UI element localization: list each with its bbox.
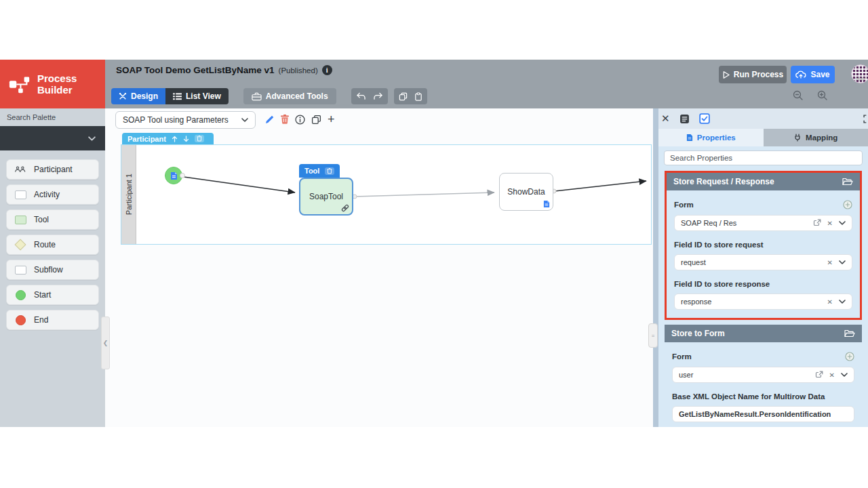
participant-lane[interactable]: Participant 1 [121, 144, 652, 245]
field-label: Form [672, 352, 845, 361]
copy-icon[interactable] [399, 92, 408, 101]
palette-item-list: Participant Activity Tool Route Subflow … [0, 150, 105, 330]
properties-panel: ✕ Properties [658, 108, 868, 427]
palette-item-activity[interactable]: Activity [6, 184, 99, 205]
clear-icon[interactable]: ✕ [827, 220, 833, 227]
form-select[interactable]: SOAP Req / Res ✕ [674, 215, 852, 231]
tab-design[interactable]: Design [111, 88, 165, 104]
copy-process-icon[interactable] [311, 115, 321, 125]
sidebar-collapse-handle[interactable]: ❮ [101, 317, 110, 369]
tool-tag[interactable]: Tool [299, 164, 340, 178]
add-form-icon[interactable] [845, 352, 854, 361]
expand-panel-icon[interactable] [863, 115, 868, 123]
move-up-icon[interactable] [172, 136, 178, 142]
field-label: Field ID to store response [674, 280, 852, 288]
paste-icon[interactable] [414, 92, 422, 101]
edit-pencil-icon[interactable] [265, 115, 275, 124]
tab-list-view[interactable]: List View [165, 88, 229, 104]
activity-shape-icon [14, 190, 27, 199]
palette-item-participant[interactable]: Participant [6, 159, 99, 180]
redo-icon[interactable] [373, 92, 383, 100]
form-document-icon [543, 200, 550, 208]
panel-body: Store Request / Response Form [658, 146, 868, 427]
view-toggle-group: Design List View [111, 88, 229, 104]
chevron-down-icon[interactable] [839, 221, 846, 225]
search-properties-input[interactable] [664, 150, 863, 165]
add-form-icon[interactable] [843, 200, 852, 209]
form-fields-icon[interactable] [679, 114, 690, 124]
panel-tabs: Properties Mapping [658, 129, 868, 146]
section-header[interactable]: Store Request / Response [667, 173, 860, 190]
delete-trash-icon[interactable] [281, 115, 289, 124]
zoom-in-icon[interactable] [817, 90, 828, 101]
info-icon[interactable]: i [322, 65, 332, 75]
subflow-shape-icon [14, 266, 27, 274]
close-icon[interactable]: ✕ [661, 114, 670, 123]
run-process-button[interactable]: Run Process [719, 66, 787, 83]
start-shape-icon [14, 290, 27, 300]
process-canvas[interactable]: SOAP Tool using Parameters [105, 108, 653, 427]
palette-category-select[interactable] [0, 126, 105, 150]
tab-properties[interactable]: Properties [658, 129, 764, 146]
external-link-icon[interactable] [815, 371, 823, 379]
chevron-down-icon [241, 118, 248, 122]
info-circle-icon[interactable] [295, 115, 305, 125]
section-content: Form SOAP Req / Res ✕ [667, 190, 860, 318]
checkbox-checked-icon[interactable] [699, 113, 710, 124]
view-mode-row: Design List View Advanced Tools [111, 88, 427, 104]
lane-label-strip[interactable]: Participant 1 [121, 145, 136, 244]
clear-icon[interactable]: ✕ [829, 371, 835, 379]
node-soaptool[interactable]: SoapTool [299, 178, 353, 216]
folder-open-icon [844, 329, 855, 338]
node-showdata[interactable]: ShowData [499, 173, 553, 211]
tool-shape-icon [14, 216, 27, 224]
response-field-select[interactable]: response ✕ [674, 293, 852, 310]
panel-divider [653, 108, 658, 427]
chevron-down-icon[interactable] [841, 373, 848, 377]
design-tools-icon [119, 92, 127, 100]
route-shape-icon [14, 241, 27, 249]
advanced-tools-button[interactable]: Advanced Tools [243, 88, 336, 104]
base-xml-object-input[interactable]: GetListByNameResult.PersonIdentification [672, 406, 854, 422]
palette-item-start[interactable]: Start [6, 285, 99, 305]
undo-redo-group [351, 88, 388, 104]
store-form-select[interactable]: user ✕ [672, 367, 854, 383]
top-header-bar: SOAP Tool Demo GetListByName v1 (Publish… [105, 60, 868, 108]
move-down-icon[interactable] [183, 136, 189, 142]
logo-line2: Builder [37, 84, 77, 96]
palette-item-subflow[interactable]: Subflow [6, 260, 99, 280]
palette-item-end[interactable]: End [6, 310, 99, 330]
canvas-zoom-controls [793, 90, 828, 101]
process-action-icons: + [265, 114, 335, 125]
panel-resize-handle[interactable]: = [648, 323, 658, 348]
section-header[interactable]: Store to Form [665, 325, 862, 342]
external-link-icon[interactable] [813, 219, 821, 227]
palette-item-route[interactable]: Route [6, 235, 99, 255]
section-content: Form user ✕ [665, 342, 862, 427]
user-avatar[interactable]: admin [851, 64, 868, 83]
chevron-down-icon[interactable] [839, 300, 846, 304]
add-process-icon[interactable]: + [328, 114, 335, 125]
undo-icon[interactable] [356, 92, 366, 100]
delete-lane-icon[interactable] [195, 135, 204, 142]
palette-item-tool[interactable]: Tool [6, 209, 99, 230]
connector-port[interactable] [180, 173, 185, 178]
clear-icon[interactable]: ✕ [827, 259, 833, 266]
participant-tag[interactable]: Participant [122, 133, 214, 144]
zoom-out-icon[interactable] [793, 90, 804, 101]
chevron-down-icon[interactable] [839, 260, 846, 264]
tab-mapping[interactable]: Mapping [764, 129, 868, 146]
avatar-username: admin [852, 77, 868, 81]
delete-node-icon[interactable] [325, 167, 334, 175]
link-icon [341, 204, 349, 212]
clear-icon[interactable]: ✕ [827, 298, 833, 306]
request-field-select[interactable]: request ✕ [674, 254, 852, 270]
process-version-select[interactable]: SOAP Tool using Parameters [115, 111, 256, 129]
toolbox-icon [252, 92, 262, 101]
save-button[interactable]: Save [791, 66, 835, 83]
form-document-icon [170, 171, 178, 180]
copy-paste-group [394, 88, 427, 104]
section-store-request-response: Store Request / Response Form [665, 171, 862, 320]
palette-search-label[interactable]: Search Palette [0, 108, 105, 125]
process-title: SOAP Tool Demo GetListByName v1 [116, 65, 275, 75]
